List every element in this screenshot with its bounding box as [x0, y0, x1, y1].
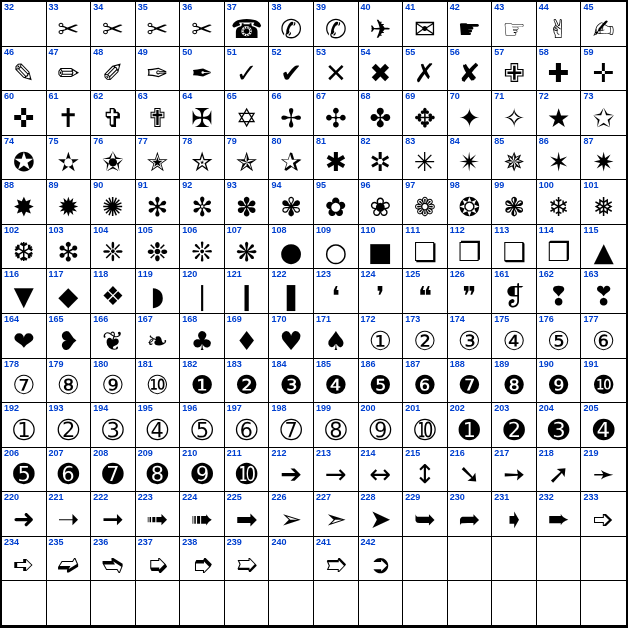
glyph-icon: ✕: [314, 57, 358, 91]
code-label: 48: [93, 48, 103, 57]
glyph-icon: [91, 591, 135, 625]
glyph-cell-85: 85✵: [492, 136, 537, 181]
glyph-cell-211: 211➓: [225, 448, 270, 493]
glyph-cell-42: 42☛: [448, 2, 493, 47]
code-label: 101: [583, 181, 598, 190]
glyph-icon: ✏: [47, 57, 91, 91]
glyph-icon: ❑: [492, 235, 536, 269]
code-label: 175: [494, 315, 509, 324]
glyph-icon: ✜: [2, 101, 46, 135]
glyph-icon: ➁: [47, 413, 91, 447]
code-label: 221: [49, 493, 64, 502]
glyph-icon: ➒: [180, 458, 224, 492]
code-label: 189: [494, 360, 509, 369]
glyph-cell-169: 169♦: [225, 314, 270, 359]
glyph-icon: [269, 591, 313, 625]
code-label: 172: [361, 315, 376, 324]
code-label: 111: [405, 226, 420, 235]
glyph-cell-227: 227➣: [314, 492, 359, 537]
glyph-cell-109: 109○: [314, 225, 359, 270]
code-label: 214: [361, 449, 376, 458]
code-label: 236: [93, 538, 108, 547]
glyph-cell-189: 189❽: [492, 359, 537, 404]
glyph-cell-34: 34✂: [91, 2, 136, 47]
code-label: 176: [539, 315, 554, 324]
glyph-icon: ➍: [581, 413, 626, 447]
glyph-cell-108: 108●: [269, 225, 314, 270]
glyph-icon: ❼: [448, 369, 492, 403]
glyph-icon: ➬: [91, 547, 135, 581]
glyph-cell-124: 124❜: [359, 269, 404, 314]
glyph-cell-89: 89✹: [47, 180, 92, 225]
glyph-cell-43: 43☞: [492, 2, 537, 47]
code-label: 66: [271, 92, 281, 101]
code-label: 42: [450, 3, 460, 12]
glyph-cell-221: 221➝: [47, 492, 92, 537]
glyph-cell-183: 183❷: [225, 359, 270, 404]
glyph-icon: ➣: [314, 502, 358, 536]
code-label: 82: [361, 137, 371, 146]
glyph-cell-235: 235➫: [47, 537, 92, 582]
glyph-icon: ✚: [537, 57, 581, 91]
code-label: 65: [227, 92, 237, 101]
code-label: 93: [227, 181, 237, 190]
glyph-icon: ♠: [314, 324, 358, 358]
code-label: 191: [583, 360, 598, 369]
code-label: 227: [316, 493, 331, 502]
glyph-cell-165: 165❥: [47, 314, 92, 359]
glyph-icon: ◗: [136, 279, 180, 313]
glyph-cell-241: 241➱: [314, 537, 359, 582]
code-label: 241: [316, 538, 331, 547]
glyph-cell-215: 215↕: [403, 448, 448, 493]
glyph-cell-202: 202➊: [448, 403, 493, 448]
code-label: 195: [138, 404, 153, 413]
glyph-icon: ❙: [225, 279, 269, 313]
code-label: 36: [182, 3, 192, 12]
glyph-cell-79: 79✯: [225, 136, 270, 181]
glyph-cell-106: 106❊: [180, 225, 225, 270]
glyph-cell-204: 204➌: [537, 403, 582, 448]
glyph-cell-78: 78✮: [180, 136, 225, 181]
glyph-cell-82: 82✲: [359, 136, 404, 181]
code-label: 51: [227, 48, 237, 57]
code-label: 228: [361, 493, 376, 502]
glyph-icon: ✡: [225, 101, 269, 135]
glyph-cell-217: 217➙: [492, 448, 537, 493]
code-label: 106: [182, 226, 197, 235]
code-label: 171: [316, 315, 331, 324]
glyph-icon: ★: [537, 101, 581, 135]
glyph-cell-93: 93✽: [225, 180, 270, 225]
glyph-cell-empty: [180, 581, 225, 626]
glyph-icon: ✳: [403, 146, 447, 180]
glyph-cell-84: 84✴: [448, 136, 493, 181]
glyph-icon: ➑: [136, 458, 180, 492]
code-label: 202: [450, 404, 465, 413]
glyph-cell-233: 233➩: [581, 492, 626, 537]
glyph-cell-116: 116▼: [2, 269, 47, 314]
code-label: 40: [361, 3, 371, 12]
code-label: 239: [227, 538, 242, 547]
code-label: 32: [4, 3, 14, 12]
glyph-cell-209: 209➑: [136, 448, 181, 493]
glyph-cell-empty: [448, 581, 493, 626]
code-label: 47: [49, 48, 59, 57]
glyph-icon: ❀: [359, 190, 403, 224]
glyph-cell-37: 37☎: [225, 2, 270, 47]
glyph-icon: ✣: [314, 101, 358, 135]
glyph-icon: ✎: [2, 57, 46, 91]
glyph-cell-58: 58✚: [537, 47, 582, 92]
glyph-icon: ❜: [359, 279, 403, 313]
glyph-cell-125: 125❝: [403, 269, 448, 314]
code-label: 192: [4, 404, 19, 413]
glyph-icon: ❶: [180, 369, 224, 403]
glyph-icon: ✟: [136, 101, 180, 135]
glyph-icon: ✌: [537, 12, 581, 46]
glyph-cell-195: 195➃: [136, 403, 181, 448]
glyph-cell-empty: [492, 537, 537, 582]
code-label: 187: [405, 360, 420, 369]
glyph-cell-214: 214↔: [359, 448, 404, 493]
glyph-icon: [537, 547, 581, 581]
glyph-icon: ✬: [91, 146, 135, 180]
glyph-cell-212: 212➔: [269, 448, 314, 493]
code-label: 125: [405, 270, 420, 279]
